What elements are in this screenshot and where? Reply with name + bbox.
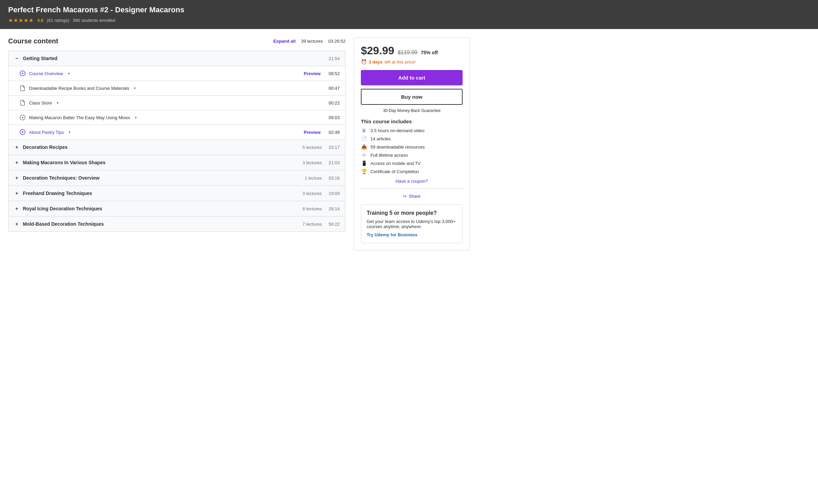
include-text: 14 articles — [370, 136, 391, 141]
play-icon — [19, 114, 26, 121]
lecture-duration: 00:22 — [326, 100, 340, 106]
play-icon — [19, 70, 26, 76]
training-box: Training 5 or more people? Get your team… — [361, 204, 463, 243]
play-icon — [19, 129, 26, 135]
preview-button[interactable]: Preview — [304, 71, 321, 76]
section-lectures-count: 3 lectures — [302, 160, 322, 165]
include-text: 59 downloadable resources — [370, 144, 425, 150]
section-item: +Decoration Recipes5 lectures23:17 — [9, 140, 345, 155]
dropdown-arrow-icon[interactable]: ▾ — [68, 71, 70, 76]
section-header-decoration-recipes[interactable]: +Decoration Recipes5 lectures23:17 — [9, 140, 345, 155]
section-toggle: + — [14, 175, 19, 181]
include-item: 🖥3.5 hours on-demand video — [361, 128, 463, 133]
section-toggle: − — [14, 56, 19, 61]
enrolled-count: 390 students enrolled — [73, 18, 115, 23]
stars: ★★★★★ — [8, 17, 34, 24]
section-header-getting-started[interactable]: −Getting Started21:54 — [9, 51, 345, 66]
dropdown-arrow-icon[interactable]: ▾ — [134, 86, 136, 90]
include-item: 📥59 downloadable resources — [361, 144, 463, 150]
expand-all-button[interactable]: Expand all — [273, 39, 296, 44]
section-toggle: + — [14, 160, 19, 165]
include-icon: 📱 — [361, 160, 367, 166]
training-desc: Get your team access to Udemy's top 3,00… — [367, 219, 457, 229]
section-duration: 21:54 — [328, 56, 340, 61]
include-text: Certificate of Completion — [370, 169, 419, 174]
section-lectures-count: 1 lecture — [305, 176, 322, 181]
section-toggle: + — [14, 221, 19, 227]
course-content-title: Course content — [8, 37, 58, 45]
buy-now-button[interactable]: Buy now — [361, 89, 463, 105]
svg-marker-1 — [22, 72, 24, 74]
section-lectures-count: 5 lectures — [302, 145, 322, 150]
section-item: +Mold-Based Decoration Techniques7 lectu… — [9, 216, 345, 232]
preview-button[interactable]: Preview — [304, 130, 321, 135]
lectures-count: 39 lectures — [301, 39, 323, 44]
section-title: Making Macarons In Various Shapes — [23, 160, 105, 165]
lecture-title[interactable]: Course Overview — [29, 71, 63, 76]
sidebar-card: $29.99 $119.99 75% off ⏰ 3 days left at … — [354, 37, 470, 250]
section-duration: 28:14 — [328, 206, 340, 211]
course-title: Perfect French Macarons #2 - Designer Ma… — [8, 5, 810, 14]
section-title: Decoration Techniques: Overview — [23, 175, 100, 181]
section-item: +Making Macarons In Various Shapes3 lect… — [9, 155, 345, 170]
section-item: +Royal Icing Decoration Techniques8 lect… — [9, 201, 345, 216]
svg-marker-3 — [22, 116, 24, 118]
section-header-mold-based[interactable]: +Mold-Based Decoration Techniques7 lectu… — [9, 216, 345, 232]
include-text: 3.5 hours on-demand video — [370, 128, 424, 133]
section-lectures-count: 3 lectures — [302, 191, 322, 196]
section-title: Freehand Drawing Techniques — [23, 191, 92, 196]
include-item: 📱Access on mobile and TV — [361, 160, 463, 166]
section-toggle: + — [14, 144, 19, 150]
dropdown-arrow-icon[interactable]: ▾ — [57, 101, 59, 105]
training-title: Training 5 or more people? — [367, 210, 457, 216]
section-title: Decoration Recipes — [23, 144, 68, 150]
section-header-making-macarons-shapes[interactable]: +Making Macarons In Various Shapes3 lect… — [9, 155, 345, 170]
section-list: −Getting Started21:54Course Overview▾Pre… — [8, 51, 345, 232]
timer-suffix: left at this price! — [384, 59, 415, 65]
lecture-duration: 08:52 — [326, 71, 340, 76]
dropdown-arrow-icon[interactable]: ▾ — [135, 115, 137, 120]
lecture-item: About Pastry Tips▾Preview02:49 — [9, 125, 345, 139]
lecture-duration: 02:49 — [326, 130, 340, 135]
svg-marker-5 — [22, 131, 24, 133]
current-price: $29.99 — [361, 44, 394, 57]
file-icon — [19, 100, 26, 106]
coupon-link[interactable]: Have a coupon? — [396, 179, 428, 184]
section-item: +Freehand Drawing Techniques3 lectures19… — [9, 186, 345, 201]
divider — [361, 188, 463, 189]
include-icon: 📄 — [361, 136, 367, 141]
section-header-royal-icing[interactable]: +Royal Icing Decoration Techniques8 lect… — [9, 201, 345, 216]
add-to-cart-button[interactable]: Add to cart — [361, 70, 463, 85]
lecture-item: Downloadable Recipe Books and Course Mat… — [9, 81, 345, 95]
dropdown-arrow-icon[interactable]: ▾ — [69, 130, 71, 135]
lecture-item: Class Store▾00:22 — [9, 95, 345, 110]
lecture-duration: 09:03 — [326, 115, 340, 120]
training-link[interactable]: Try Udemy for Business — [367, 232, 418, 237]
section-header-freehand-drawing[interactable]: +Freehand Drawing Techniques3 lectures19… — [9, 186, 345, 201]
include-icon: 🖥 — [361, 128, 367, 133]
section-header-decoration-techniques-overview[interactable]: +Decoration Techniques: Overview1 lectur… — [9, 170, 345, 185]
total-duration: 03:26:52 — [328, 39, 345, 44]
rating-number: 4.8 — [37, 18, 43, 23]
include-item: ♾Full lifetime access — [361, 152, 463, 158]
lecture-item: Course Overview▾Preview08:52 — [9, 66, 345, 81]
page-header: Perfect French Macarons #2 - Designer Ma… — [0, 0, 818, 29]
section-duration: 19:09 — [328, 191, 340, 196]
include-text: Access on mobile and TV — [370, 161, 421, 166]
section-duration: 56:22 — [328, 222, 340, 227]
lecture-title: Downloadable Recipe Books and Course Mat… — [29, 86, 129, 91]
lecture-title: Class Store — [29, 100, 52, 106]
lecture-duration: 00:47 — [326, 86, 340, 91]
section-toggle: + — [14, 206, 19, 211]
section-title: Mold-Based Decoration Techniques — [23, 221, 104, 227]
section-toggle: + — [14, 191, 19, 196]
discount-pct: 75% off — [421, 50, 438, 55]
lecture-item: Making Macaron Batter The Easy Way Using… — [9, 110, 345, 125]
include-icon: ♾ — [361, 152, 367, 158]
original-price: $119.99 — [398, 50, 418, 56]
include-text: Full lifetime access — [370, 153, 408, 158]
include-item: 🏆Certificate of Completion — [361, 169, 463, 174]
lecture-title[interactable]: About Pastry Tips — [29, 130, 64, 135]
share-row[interactable]: ↪ Share — [361, 194, 463, 199]
section-title: Getting Started — [23, 56, 57, 61]
